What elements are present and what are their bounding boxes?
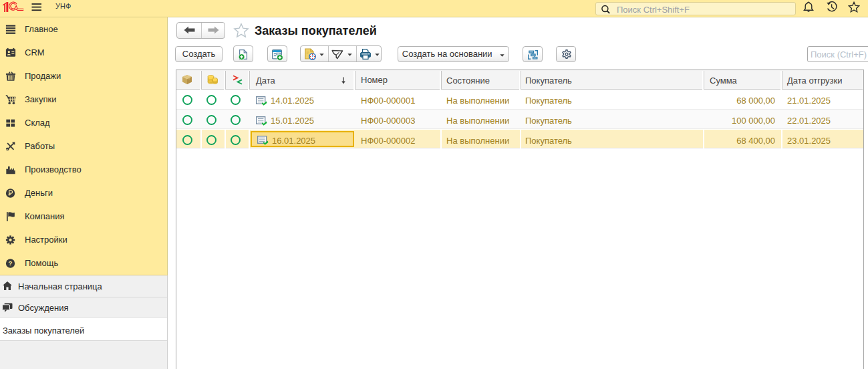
svg-text:?: ? xyxy=(9,259,13,267)
